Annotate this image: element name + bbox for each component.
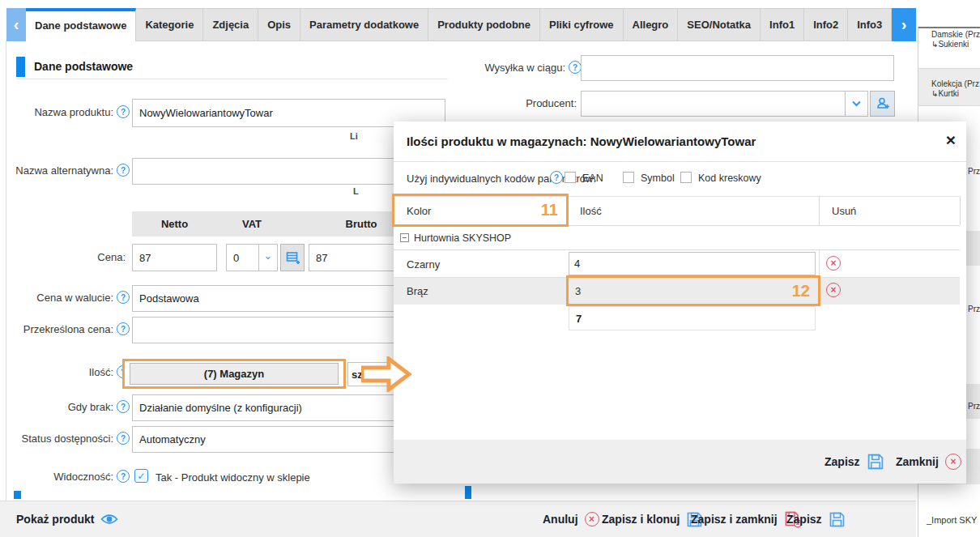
symbol-checkbox-label: Symbol — [641, 173, 675, 184]
save-button[interactable]: Zapisz — [786, 501, 846, 537]
quantity-input-czarny[interactable]: 4 — [569, 252, 816, 275]
person-add-icon — [876, 96, 890, 111]
quantity-input-braz[interactable]: 3 — [575, 285, 792, 297]
tab-opis[interactable]: Opis — [258, 8, 300, 41]
show-product-label: Pokaż produkt — [16, 513, 94, 526]
add-producent-button[interactable] — [870, 91, 895, 117]
section-accent-bar — [16, 57, 25, 77]
help-icon[interactable]: ? — [117, 470, 130, 483]
table-right-border — [960, 196, 961, 225]
cena-w-walucie-label: Cena w walucie: — [0, 292, 113, 304]
tab-kategorie[interactable]: Kategorie — [136, 8, 203, 41]
delete-row-icon[interactable]: × — [826, 256, 841, 271]
col-usun-header: Usuń — [832, 205, 856, 217]
gdy-brak-label: Gdy brak: — [0, 401, 113, 413]
tab-produkty-podobne[interactable]: Produkty podobne — [428, 8, 540, 41]
help-icon[interactable]: ? — [117, 322, 130, 335]
producent-select[interactable] — [581, 91, 846, 117]
tab-seo-notatka[interactable]: SEO/Notatka — [678, 8, 761, 41]
sidebar-row-divider — [918, 105, 980, 106]
total-quantity-cell: 7 — [569, 306, 816, 330]
tab-pliki-cyfrowe[interactable]: Pliki cyfrowe — [540, 8, 623, 41]
sidebar-category-title[interactable]: Kolekcja (Prz — [931, 79, 979, 88]
delete-row-icon[interactable]: × — [826, 283, 841, 297]
help-icon[interactable]: ? — [117, 400, 130, 413]
tab-info1[interactable]: Info1 — [761, 8, 804, 41]
tab-info3[interactable]: Info3 — [848, 8, 892, 41]
cancel-button[interactable]: Anuluj × — [543, 501, 599, 537]
kod-kreskowy-checkbox-label: Kod kreskowy — [698, 173, 761, 184]
screen: ‹ Dane podstawowe Kategorie Zdjęcia Opis… — [0, 0, 980, 537]
close-x-icon: × — [945, 454, 961, 470]
cena-vat-input[interactable]: 0 — [226, 244, 259, 271]
sidebar-text-fragment: Prz — [968, 305, 980, 313]
price-levels-button[interactable] — [280, 244, 305, 271]
save-icon — [867, 453, 884, 471]
chevron-down-icon — [266, 255, 271, 261]
section-title: Dane podstawowe — [34, 60, 133, 73]
collapse-group-icon[interactable]: − — [400, 233, 409, 242]
price-col-vat: VAT — [226, 211, 278, 237]
variant-name: Czarny — [407, 258, 440, 271]
save-and-close-button[interactable]: Zapisz i zamknij — [691, 501, 803, 537]
sidebar-category-sub[interactable]: ↳Sukienki — [931, 40, 969, 49]
help-icon[interactable]: ? — [117, 164, 130, 177]
show-product-button[interactable]: Pokaż produkt — [16, 501, 118, 537]
status-dostepnosci-label: Status dostępności: — [0, 433, 113, 445]
tab-parametry-dodatkowe[interactable]: Parametry dodatkowe — [300, 8, 428, 41]
next-section-bar-fragment — [14, 491, 21, 499]
producent-label: Producent: — [389, 97, 577, 109]
warehouse-quantities-modal: Ilości produktu w magazynach: NowyWielow… — [394, 121, 966, 484]
hidden-section-bar-fragment — [465, 486, 471, 499]
tabs-prev-button[interactable]: ‹ — [6, 8, 26, 41]
annotation-step-number: 11 — [541, 201, 558, 219]
wysylka-input[interactable] — [581, 55, 894, 81]
annotation-box-11: 11 — [392, 194, 569, 227]
warehouse-group-label: Hurtownia SKYSHOP — [414, 232, 511, 244]
tab-dane-podstawowe[interactable]: Dane podstawowe — [26, 8, 136, 41]
przekreslona-cena-label: Przekreślona cena: — [0, 323, 113, 335]
sidebar-row-divider — [918, 68, 980, 69]
save-icon — [829, 511, 846, 528]
chevron-right-icon: › — [901, 15, 907, 34]
sidebar-category-title[interactable]: Damskie (Prz — [931, 30, 980, 39]
variant-name: Brąz — [407, 285, 428, 297]
tabs-next-button[interactable]: › — [892, 8, 916, 41]
producent-dropdown-button[interactable] — [845, 91, 868, 117]
nazwa-alternatywna-label: Nazwa alternatywna: — [0, 164, 113, 177]
sidebar-category-sub[interactable]: ↳Kurtki — [931, 89, 959, 98]
cancel-label: Anuluj — [543, 513, 578, 526]
save-and-clone-button[interactable]: Zapisz i klonuj — [602, 501, 703, 537]
wysylka-label: Wysyłka w ciągu: — [389, 62, 565, 74]
modal-save-label: Zapisz — [824, 455, 860, 468]
modal-close-icon[interactable]: × — [946, 131, 956, 149]
modal-save-button[interactable]: Zapisz — [824, 448, 884, 475]
tab-info2[interactable]: Info2 — [804, 8, 848, 41]
modal-close-label: Zamknij — [896, 455, 939, 468]
help-icon[interactable]: ? — [117, 432, 130, 445]
cena-netto-input[interactable]: 87 — [132, 244, 217, 271]
table-col-divider — [819, 196, 820, 225]
price-col-netto: Netto — [132, 211, 217, 237]
tab-allegro[interactable]: Allegro — [624, 8, 679, 41]
bottom-action-bar: Pokaż produkt Anuluj × Zapisz i klonuj Z… — [0, 501, 916, 537]
help-icon[interactable]: ? — [550, 171, 563, 184]
sidebar-top-edge — [918, 27, 980, 28]
sidebar-import-label[interactable]: _Import SKY — [927, 515, 977, 525]
section-underline — [16, 79, 448, 79]
kod-kreskowy-checkbox[interactable] — [680, 172, 692, 183]
tab-zdjecia[interactable]: Zdjęcia — [203, 8, 258, 41]
ean-checkbox[interactable] — [565, 172, 576, 183]
help-icon[interactable]: ? — [569, 61, 582, 74]
help-icon[interactable]: ? — [117, 291, 130, 304]
ean-checkbox-label: EAN — [582, 173, 603, 184]
symbol-checkbox[interactable] — [623, 172, 634, 183]
magazyn-button[interactable]: (7) Magazyn — [130, 363, 339, 385]
sidebar-text-fragment: Prz — [968, 402, 980, 411]
char-count-hint: Li — [350, 131, 358, 141]
widocznosc-checkbox[interactable]: ✓ — [134, 469, 148, 483]
help-icon[interactable]: ? — [117, 105, 130, 118]
widocznosc-value: Tak - Produkt widoczny w sklepie — [156, 471, 310, 484]
vat-dropdown-button[interactable] — [258, 244, 278, 271]
modal-close-button[interactable]: Zamknij × — [896, 448, 961, 475]
